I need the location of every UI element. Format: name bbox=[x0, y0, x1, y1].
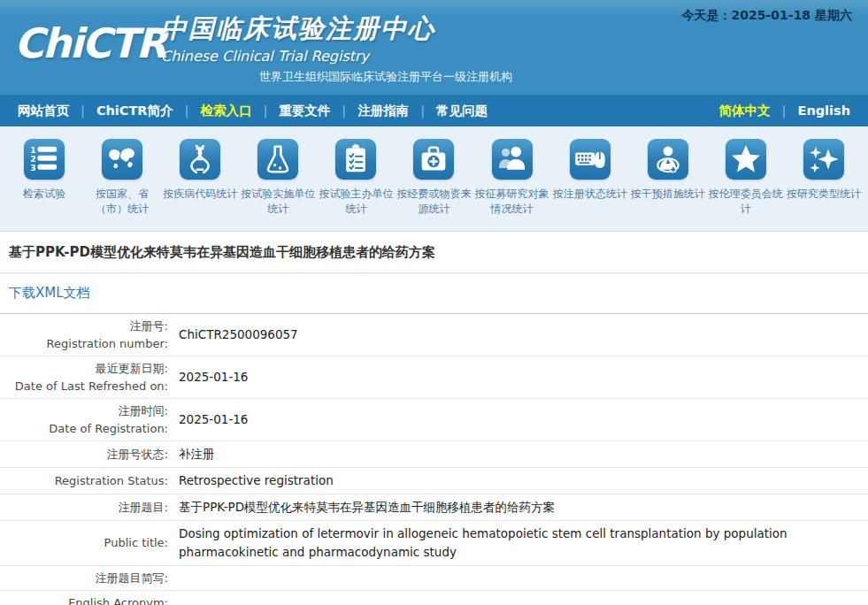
nav-item-documents[interactable]: 重要文件 bbox=[279, 103, 357, 119]
tool-label: 按研究类型统计 bbox=[786, 187, 862, 202]
tool-label: 按国家、省（市）统计 bbox=[84, 187, 160, 218]
site-header: ChiCTR 中国临床试验注册中心 Chinese Clinical Trial… bbox=[0, 0, 868, 95]
nav-item-guide[interactable]: 注册指南 bbox=[357, 103, 436, 119]
dna-icon bbox=[180, 139, 220, 180]
tool-by-funding-source[interactable]: 按经费或物资来源统计 bbox=[395, 139, 472, 222]
keyboard-mouse-icon bbox=[570, 139, 611, 180]
row-label-zh: 注册号状态: bbox=[0, 446, 168, 463]
tool-label: 按注册状态统计 bbox=[552, 187, 628, 202]
nav-menu: 网站首页 ChiCTR简介 检索入口 重要文件 注册指南 常见问题 bbox=[18, 103, 488, 119]
medical-bag-icon bbox=[413, 139, 454, 180]
tool-label: 按试验主办单位统计 bbox=[318, 187, 394, 218]
row-value: 2025-01-16 bbox=[179, 410, 868, 429]
tool-label: 按伦理委员会统计 bbox=[708, 187, 784, 218]
page-title: 基于PPK-PD模型优化来特莫韦在异基因造血干细胞移植患者的给药方案 bbox=[0, 232, 868, 273]
row-label-en: Registration Status: bbox=[0, 472, 168, 490]
tool-search-trials[interactable]: 1 2 3 检索试验 bbox=[5, 139, 83, 222]
tool-by-country-province[interactable]: 按国家、省（市）统计 bbox=[83, 139, 161, 222]
table-row-registration-number: 注册号: Registration number: ChiCTR25000960… bbox=[0, 314, 868, 356]
row-label-zh: 注册号: bbox=[0, 318, 168, 335]
nav-item-faq[interactable]: 常见问题 bbox=[436, 103, 488, 119]
sparkles-icon bbox=[803, 139, 844, 180]
site-subtitle: 世界卫生组织国际临床试验注册平台一级注册机构 bbox=[259, 69, 512, 85]
table-row-acronym-zh: 注册题目简写: bbox=[0, 566, 868, 592]
statistics-toolbar: 1 2 3 检索试验 按国家、省（市）统计 bbox=[0, 126, 868, 232]
download-xml-link[interactable]: 下载XML文档 bbox=[0, 273, 868, 314]
table-row-registration-status-zh: 注册号状态: 补注册 bbox=[0, 441, 868, 468]
table-row-last-refreshed: 最近更新日期: Date of Last Refreshed on: 2025-… bbox=[0, 356, 868, 399]
language-switch: 简体中文 English bbox=[719, 103, 850, 119]
row-value: Retrospective registration bbox=[179, 471, 868, 490]
row-value: ChiCTR2500096057 bbox=[179, 325, 868, 344]
row-label-zh: 最近更新日期: bbox=[0, 360, 168, 378]
site-title-block: 中国临床试验注册中心 Chinese Clinical Trial Regist… bbox=[161, 11, 435, 65]
table-row-public-title-en: Public title: Dosing optimization of let… bbox=[0, 521, 868, 566]
row-value: 补注册 bbox=[179, 445, 868, 463]
row-label-zh: 注册时间: bbox=[0, 402, 168, 420]
row-label-en: Public title: bbox=[0, 534, 168, 552]
row-label-en: Registration number: bbox=[0, 335, 168, 353]
tool-label: 按经费或物资来源统计 bbox=[396, 187, 472, 218]
site-title-en: Chinese Clinical Trial Registry bbox=[161, 48, 435, 65]
nav-item-search-entry[interactable]: 检索入口 bbox=[200, 103, 279, 119]
table-row-registration-status-en: Registration Status: Retrospective regis… bbox=[0, 468, 868, 494]
table-row-public-title-zh: 注册题目: 基于PPK-PD模型优化来特莫韦在异基因造血干细胞移植患者的给药方案 bbox=[0, 494, 868, 521]
svg-text:3: 3 bbox=[30, 163, 35, 172]
tool-label: 按征募研究对象情况统计 bbox=[474, 187, 550, 218]
tool-by-recruitment-status[interactable]: 按征募研究对象情况统计 bbox=[473, 139, 551, 222]
tool-label: 按干预措施统计 bbox=[630, 187, 706, 202]
doctor-icon bbox=[648, 139, 688, 180]
today-date: 今天是：2025-01-18 星期六 bbox=[682, 8, 852, 24]
tool-by-registration-status[interactable]: 按注册状态统计 bbox=[551, 139, 629, 222]
tool-by-intervention[interactable]: 按干预措施统计 bbox=[629, 139, 707, 222]
tool-by-implementing-unit[interactable]: 按试验实施单位统计 bbox=[239, 139, 317, 222]
tool-by-study-type[interactable]: 按研究类型统计 bbox=[785, 139, 863, 222]
chictr-logo[interactable]: ChiCTR bbox=[14, 19, 165, 67]
lang-english[interactable]: English bbox=[797, 103, 850, 118]
nav-item-home[interactable]: 网站首页 bbox=[18, 103, 96, 119]
registration-detail-table: 注册号: Registration number: ChiCTR25000960… bbox=[0, 314, 868, 605]
row-value: Dosing optimization of letermovir in all… bbox=[179, 525, 868, 562]
flask-icon bbox=[257, 139, 298, 180]
row-label-en: English Acronym: bbox=[0, 594, 168, 605]
row-value: 2025-01-16 bbox=[179, 368, 868, 387]
table-row-acronym-en: English Acronym: bbox=[0, 591, 868, 605]
tool-by-sponsor-unit[interactable]: 按试验主办单位统计 bbox=[317, 139, 395, 222]
star-icon bbox=[726, 139, 766, 180]
row-label-zh: 注册题目: bbox=[0, 499, 168, 517]
row-label-en: Date of Registration: bbox=[0, 420, 168, 438]
nav-item-about[interactable]: ChiCTR简介 bbox=[96, 103, 201, 119]
row-label-zh: 注册题目简写: bbox=[0, 570, 168, 587]
numbered-list-icon: 1 2 3 bbox=[24, 139, 65, 180]
table-row-date-of-registration: 注册时间: Date of Registration: 2025-01-16 bbox=[0, 399, 868, 441]
people-group-icon bbox=[492, 139, 533, 180]
tool-label: 按试验实施单位统计 bbox=[240, 187, 316, 218]
main-navbar: 网站首页 ChiCTR简介 检索入口 重要文件 注册指南 常见问题 简体中文 E… bbox=[0, 95, 868, 126]
tool-label: 按疾病代码统计 bbox=[162, 187, 238, 202]
tool-by-disease-code[interactable]: 按疾病代码统计 bbox=[161, 139, 239, 222]
tool-by-ethics-committee[interactable]: 按伦理委员会统计 bbox=[707, 139, 785, 222]
lang-simplified-chinese[interactable]: 简体中文 bbox=[719, 103, 798, 119]
row-value: 基于PPK-PD模型优化来特莫韦在异基因造血干细胞移植患者的给药方案 bbox=[179, 498, 868, 517]
tool-label: 检索试验 bbox=[6, 187, 82, 202]
clipboard-check-icon bbox=[335, 139, 376, 180]
row-label-en: Date of Last Refreshed on: bbox=[0, 378, 168, 395]
site-title-zh: 中国临床试验注册中心 bbox=[161, 11, 435, 47]
world-map-icon bbox=[102, 139, 142, 180]
